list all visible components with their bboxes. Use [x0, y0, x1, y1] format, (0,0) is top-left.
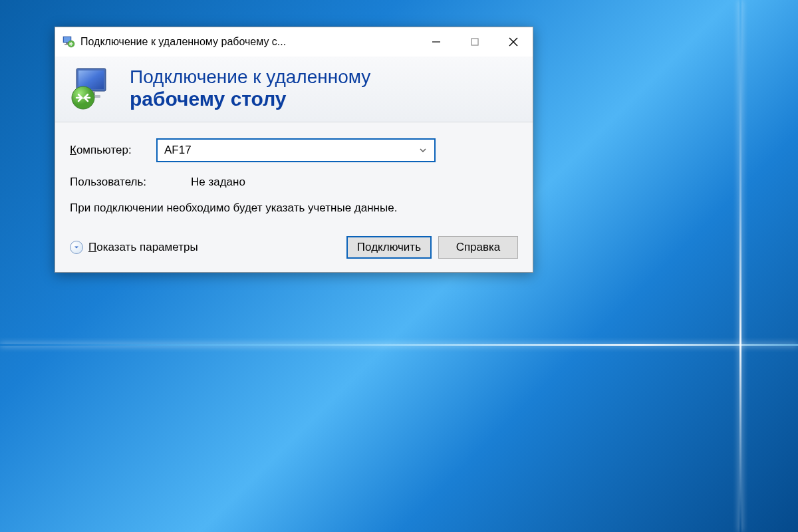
banner-title: Подключение к удаленному рабочему столу — [130, 67, 370, 110]
user-value: Не задано — [191, 176, 245, 189]
show-options-label: Показать параметры — [88, 241, 198, 254]
window-title: Подключение к удаленному рабочему с... — [80, 36, 417, 48]
user-label: Пользователь: — [70, 176, 183, 189]
app-icon — [62, 35, 75, 49]
header-banner: Подключение к удаленному рабочему столу — [55, 57, 533, 122]
maximize-icon — [470, 37, 479, 47]
close-icon — [508, 37, 519, 47]
titlebar[interactable]: Подключение к удаленному рабочему с... — [55, 27, 533, 57]
maximize-button[interactable] — [456, 27, 494, 57]
show-options-toggle[interactable]: Показать параметры — [70, 241, 198, 254]
connect-button[interactable]: Подключить — [346, 236, 432, 259]
banner-line2: рабочему столу — [130, 88, 370, 110]
computer-combobox[interactable] — [156, 138, 436, 162]
svg-point-13 — [72, 86, 94, 109]
window-controls — [417, 27, 533, 57]
svg-rect-6 — [471, 39, 478, 45]
computer-field-row: Компьютер: — [70, 138, 518, 162]
banner-line1: Подключение к удаленному — [130, 67, 370, 88]
user-field-row: Пользователь: Не задано — [70, 176, 518, 189]
help-button[interactable]: Справка — [438, 236, 518, 259]
rdp-icon — [70, 65, 118, 112]
close-button[interactable] — [494, 27, 533, 57]
computer-label: Компьютер: — [70, 144, 148, 157]
credentials-info: При подключении необходимо будет указать… — [70, 201, 422, 216]
chevron-down-icon[interactable] — [418, 146, 428, 155]
expand-down-icon — [70, 241, 83, 254]
dialog-footer: Показать параметры Подключить Справка — [70, 236, 518, 259]
minimize-icon — [432, 37, 441, 47]
minimize-button[interactable] — [417, 27, 456, 57]
rdp-window: Подключение к удаленному рабочему с... — [55, 27, 533, 273]
dialog-body: Компьютер: Пользователь: Не задано При п… — [55, 122, 533, 272]
computer-input[interactable] — [164, 144, 418, 157]
